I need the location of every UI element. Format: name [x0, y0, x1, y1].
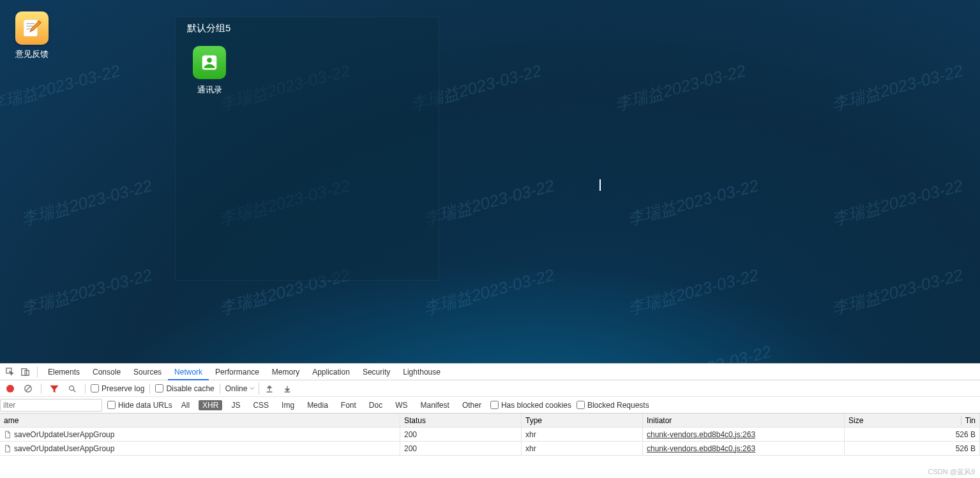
column-header-type[interactable]: Type: [522, 414, 643, 428]
text-cursor: [599, 179, 601, 191]
has-blocked-cookies-label: Has blocked cookies: [501, 401, 571, 410]
record-button[interactable]: [4, 382, 17, 395]
preserve-log-label: Preserve log: [102, 384, 144, 393]
request-status: 200: [400, 442, 522, 456]
tab-memory[interactable]: Memory: [266, 364, 306, 380]
preserve-log-checkbox[interactable]: Preserve log: [91, 384, 144, 393]
svg-point-2: [207, 58, 212, 63]
watermark-text: 李瑞益2023-03-22: [421, 174, 557, 230]
disable-cache-label: Disable cache: [166, 384, 214, 393]
search-icon[interactable]: [66, 382, 79, 395]
network-grid: ame Status Type Initiator SizeTin saveOr…: [0, 414, 980, 478]
network-filterbar: Hide data URLs All XHR JS CSS Img Media …: [0, 397, 980, 414]
hide-data-urls-checkbox[interactable]: Hide data URLs: [107, 401, 172, 410]
tab-network[interactable]: Network: [168, 364, 209, 380]
column-header-status[interactable]: Status: [400, 414, 522, 428]
request-type: xhr: [522, 428, 643, 442]
column-header-name[interactable]: ame: [0, 414, 400, 428]
inspect-element-icon[interactable]: [4, 366, 17, 378]
separator: [41, 384, 41, 394]
filter-icon[interactable]: [48, 382, 61, 395]
watermark-text: 李瑞益2023-03-22: [625, 264, 761, 320]
watermark-text: 李瑞益2023-03-22: [829, 264, 965, 320]
watermark-text: 李瑞益2023-03-22: [19, 174, 155, 230]
request-initiator[interactable]: chunk-vendors.ebd8b4c0.js:263: [643, 428, 845, 442]
pill-ws[interactable]: WS: [391, 400, 411, 410]
watermark-text: 李瑞益2023-03-22: [625, 174, 761, 230]
separator: [37, 367, 38, 377]
desktop-icon-label: 意见反馈: [6, 49, 57, 60]
has-blocked-cookies-checkbox[interactable]: Has blocked cookies: [490, 401, 571, 410]
watermark-text: 李瑞益2023-03-22: [829, 174, 965, 230]
pill-js[interactable]: JS: [227, 400, 244, 410]
pill-css[interactable]: CSS: [249, 400, 273, 410]
footer-attribution: CSDN @蓝风9: [928, 467, 975, 477]
desktop-area[interactable]: 李瑞益2023-03-22 李瑞益2023-03-22 李瑞益2023-03-2…: [0, 0, 980, 363]
watermark-text: 李瑞益2023-03-22: [19, 264, 155, 320]
devtools-panel: Elements Console Sources Network Perform…: [0, 363, 980, 478]
tab-sources[interactable]: Sources: [127, 364, 168, 380]
group-item-label: 通讯录: [187, 84, 232, 96]
tab-performance[interactable]: Performance: [209, 364, 266, 380]
clear-icon[interactable]: [22, 382, 34, 395]
group-item-contacts[interactable]: 通讯录: [187, 46, 232, 96]
pill-font[interactable]: Font: [337, 400, 360, 410]
separator: [220, 384, 220, 394]
upload-icon[interactable]: [263, 382, 276, 395]
filter-input[interactable]: [0, 399, 102, 412]
pill-doc[interactable]: Doc: [365, 400, 386, 410]
blocked-requests-label: Blocked Requests: [587, 401, 649, 410]
request-name[interactable]: saveOrUpdateUserAppGroup: [0, 428, 400, 442]
pill-media[interactable]: Media: [303, 400, 332, 410]
pill-xhr[interactable]: XHR: [199, 400, 222, 410]
chevron-down-icon: [250, 387, 255, 390]
separator: [149, 384, 150, 394]
column-header-size[interactable]: SizeTin: [845, 414, 980, 428]
devtools-tabbar: Elements Console Sources Network Perform…: [0, 364, 980, 380]
request-name[interactable]: saveOrUpdateUserAppGroup: [0, 442, 400, 456]
contacts-icon: [193, 46, 226, 79]
tab-security[interactable]: Security: [356, 364, 396, 380]
separator: [85, 384, 86, 394]
request-size: 526 B: [845, 428, 980, 442]
request-status: 200: [400, 428, 522, 442]
blocked-requests-checkbox[interactable]: Blocked Requests: [577, 401, 649, 410]
feedback-icon: [15, 11, 49, 45]
hide-data-urls-label: Hide data URLs: [118, 401, 172, 410]
pill-other[interactable]: Other: [458, 400, 485, 410]
request-size: 526 B: [845, 442, 980, 456]
disable-cache-checkbox[interactable]: Disable cache: [155, 384, 214, 393]
watermark-text: 李瑞益2023-03-22: [612, 59, 748, 116]
tab-application[interactable]: Application: [306, 364, 356, 380]
watermark-layer: 李瑞益2023-03-22 李瑞益2023-03-22 李瑞益2023-03-2…: [0, 0, 980, 363]
svg-rect-4: [22, 368, 27, 375]
pill-manifest[interactable]: Manifest: [417, 400, 453, 410]
group-panel-title: 默认分组5: [176, 17, 439, 34]
watermark-text: 李瑞益2023-03-22: [829, 59, 965, 116]
group-panel[interactable]: 默认分组5 通讯录: [175, 17, 439, 281]
pill-all[interactable]: All: [177, 400, 193, 410]
watermark-text: 李瑞益2023-03-22: [0, 59, 123, 116]
device-toggle-icon[interactable]: [19, 366, 32, 378]
throttling-label: Online: [225, 384, 248, 393]
network-toolbar: Preserve log Disable cache Online: [0, 380, 980, 397]
request-type: xhr: [522, 442, 643, 456]
watermark-text: 李瑞益2023-03-22: [638, 340, 774, 363]
request-initiator[interactable]: chunk-vendors.ebd8b4c0.js:263: [643, 442, 845, 456]
desktop-icon-feedback[interactable]: 意见反馈: [6, 11, 57, 60]
watermark-text: 李瑞益2023-03-22: [421, 264, 557, 320]
tab-elements[interactable]: Elements: [41, 364, 86, 380]
svg-point-7: [70, 385, 74, 390]
tab-console[interactable]: Console: [86, 364, 127, 380]
pill-img[interactable]: Img: [278, 400, 298, 410]
download-icon[interactable]: [281, 382, 294, 395]
column-header-initiator[interactable]: Initiator: [643, 414, 845, 428]
throttling-select[interactable]: Online: [225, 383, 260, 394]
tab-lighthouse[interactable]: Lighthouse: [396, 364, 447, 380]
